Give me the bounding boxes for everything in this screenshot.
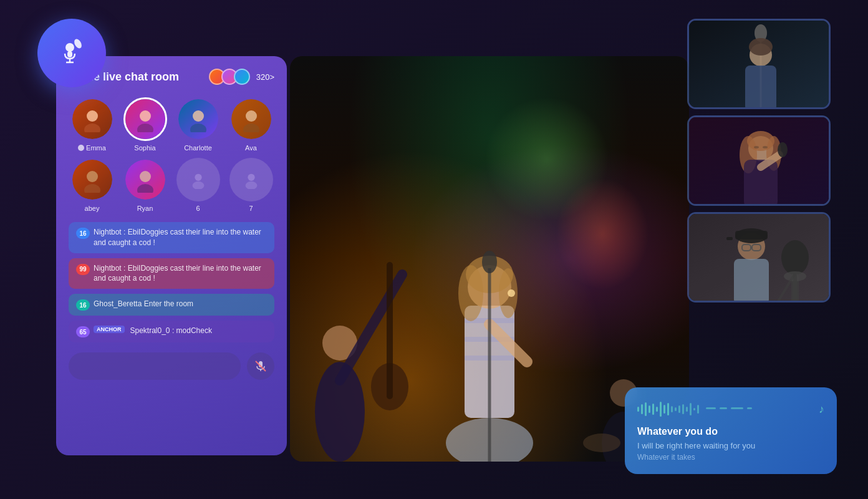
chat-message-1: 16 Nightbot : EbiIDoggies cast their lin… [69, 222, 274, 253]
svg-rect-83 [660, 402, 662, 417]
svg-point-10 [190, 124, 206, 132]
svg-point-40 [482, 251, 497, 273]
svg-point-18 [192, 182, 204, 189]
user-avatar-ava [229, 97, 273, 141]
svg-rect-78 [641, 404, 643, 414]
chat-input[interactable] [69, 352, 241, 380]
svg-rect-66 [735, 231, 768, 240]
left-chat-panel: Game live chat room 320> [56, 56, 287, 455]
svg-rect-28 [387, 262, 393, 399]
svg-point-36 [458, 265, 483, 321]
chat-message-2: 99 Nightbot : EbiIDoggies cast their lin… [69, 258, 274, 289]
svg-rect-81 [652, 404, 654, 415]
mic-icon-circle [37, 19, 106, 87]
svg-point-50 [749, 38, 773, 56]
svg-rect-95 [720, 407, 727, 409]
svg-point-44 [583, 434, 620, 452]
user-avatar-ryan [123, 158, 167, 201]
music-subtitle2: Whatever it takes [637, 453, 824, 462]
chat-text-4: Spektral0_0 : modCheck [130, 326, 212, 336]
user-avatar-charlotte [176, 97, 220, 141]
music-wave: ♪ [637, 400, 824, 419]
music-subtitle: I will be right here waiting for you [637, 441, 824, 450]
chat-text-3: Ghost_Beretta Enter the room [94, 299, 193, 309]
user-item-ryan[interactable]: Ryan [122, 158, 168, 212]
svg-point-11 [246, 110, 257, 122]
right-panels [687, 19, 831, 303]
svg-rect-87 [675, 407, 677, 411]
svg-point-14 [84, 184, 100, 193]
svg-point-17 [195, 174, 201, 181]
user-name-ava: Ava [245, 144, 257, 152]
video-thumb-2[interactable] [687, 115, 831, 206]
svg-point-6 [84, 124, 100, 132]
thumb-bg-1 [689, 21, 829, 107]
svg-rect-1 [67, 51, 72, 57]
user-item-slot6[interactable]: 6 [175, 158, 221, 212]
chat-message-3: 16 Ghost_Beretta Enter the room [69, 294, 274, 316]
music-note-icon: ♪ [819, 403, 824, 416]
video-thumb-3[interactable] [687, 212, 831, 303]
thumb-bg-3 [689, 214, 829, 301]
users-grid: Emma Sophia [69, 97, 274, 212]
video-thumb-1[interactable] [687, 19, 831, 109]
chat-input-area [69, 352, 274, 380]
svg-point-0 [65, 43, 74, 52]
user-avatar-abey [70, 158, 114, 201]
placeholder-avatar-6 [176, 158, 220, 201]
chat-badge-3: 16 [76, 299, 90, 311]
anchor-badge: ANCHOR [94, 326, 125, 333]
chat-badge-2: 99 [76, 264, 90, 275]
thumb-bg-2 [689, 117, 829, 204]
svg-rect-82 [656, 407, 658, 412]
svg-point-4 [73, 38, 84, 50]
svg-point-72 [781, 240, 809, 275]
chat-badge-1: 16 [76, 228, 90, 239]
svg-rect-77 [637, 407, 639, 412]
user-item-charlotte[interactable]: Charlotte [175, 97, 221, 152]
svg-rect-71 [734, 259, 769, 303]
mic-icon [56, 37, 87, 69]
svg-point-7 [140, 110, 151, 122]
avatar-group-item [234, 69, 250, 85]
mic-mute-icon [254, 360, 267, 372]
chat-text-2: Nightbot : EbiIDoggies cast their line i… [94, 263, 267, 284]
user-item-emma[interactable]: Emma [69, 97, 115, 152]
placeholder-avatar-7 [229, 158, 273, 201]
avatar-group [209, 69, 250, 85]
user-item-abey[interactable]: abey [69, 158, 115, 212]
user-icon-label-emma: Emma [78, 144, 106, 152]
svg-rect-84 [663, 405, 665, 414]
waveform-svg [637, 400, 762, 419]
svg-rect-51 [745, 65, 776, 109]
user-name-slot6: 6 [196, 205, 200, 212]
user-item-sophia[interactable]: Sophia [122, 97, 168, 152]
svg-point-19 [248, 174, 254, 181]
member-count: 320> [256, 72, 274, 82]
svg-rect-86 [671, 406, 673, 412]
svg-rect-79 [645, 402, 647, 416]
singer-silhouette [396, 56, 583, 462]
svg-point-61 [763, 146, 768, 148]
svg-rect-67 [726, 237, 733, 240]
user-avatar-emma [70, 97, 114, 141]
thumb-singer-svg-1 [689, 21, 831, 109]
svg-rect-90 [686, 407, 688, 412]
user-name-sophia: Sophia [134, 144, 155, 152]
svg-point-20 [245, 182, 257, 189]
svg-point-9 [193, 110, 204, 122]
mic-mute-button[interactable] [247, 352, 274, 380]
svg-rect-97 [747, 407, 752, 409]
music-card: ♪ Whatever you do I will be right here w… [625, 387, 837, 474]
svg-rect-96 [731, 407, 743, 409]
svg-point-13 [87, 171, 98, 182]
chat-message-4: 65 ANCHOR Spektral0_0 : modCheck [69, 321, 274, 342]
chat-messages: 16 Nightbot : EbiIDoggies cast their lin… [69, 222, 274, 342]
user-item-ava[interactable]: Ava [228, 97, 274, 152]
svg-point-59 [778, 142, 788, 157]
thumb-singer-svg-2 [689, 117, 831, 206]
svg-point-15 [140, 171, 151, 182]
chat-text-1: Nightbot : EbiIDoggies cast their line i… [94, 227, 267, 248]
user-name-emma: Emma [86, 144, 106, 152]
user-item-slot7[interactable]: 7 [228, 158, 274, 212]
